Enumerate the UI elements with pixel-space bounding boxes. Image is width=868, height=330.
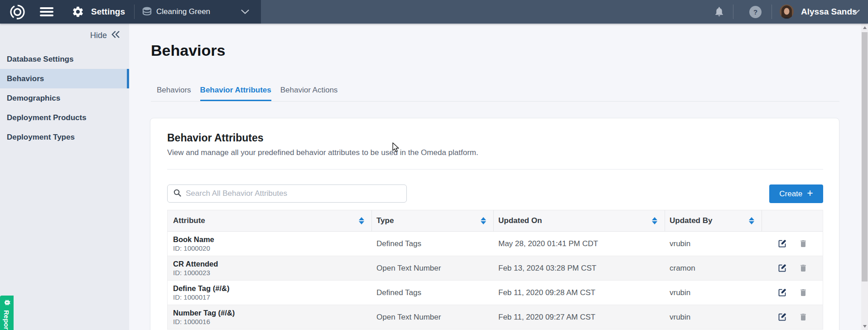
card-description: View and manage all your predefined beha… (167, 148, 478, 157)
navbar-divider (772, 5, 772, 19)
card-title: Behavior Attributes (167, 132, 264, 144)
report-a-bug-tab[interactable]: Report a Bug (0, 296, 14, 330)
page-title: Behaviors (151, 42, 225, 59)
column-header-updated-on[interactable]: Updated On (494, 210, 665, 231)
column-header-type[interactable]: Type (372, 210, 494, 231)
hamburger-icon[interactable] (40, 7, 53, 16)
collapse-icon (111, 30, 120, 41)
updated-by-cell: vrubin (665, 281, 762, 305)
sidebar-item-deployment-products[interactable]: Deployment Products (0, 108, 129, 127)
table-body: Book NameID: 1000020Defined TagsMay 28, … (168, 232, 823, 330)
tab-behavior-attributes[interactable]: Behavior Attributes (200, 83, 271, 101)
search-box (167, 184, 407, 203)
navbar-product-label: Settings (91, 0, 125, 24)
workspace-chevron-down-icon[interactable] (241, 10, 249, 14)
column-header-attribute[interactable]: Attribute (168, 210, 372, 231)
avatar[interactable] (780, 5, 794, 19)
sidebar-hide-button[interactable]: Hide (90, 30, 120, 41)
delete-icon[interactable] (799, 288, 808, 297)
behavior-attributes-card: Behavior Attributes View and manage all … (150, 118, 839, 330)
settings-sidebar: Hide Database SettingsBehaviorsDemograph… (0, 24, 129, 330)
tab-behavior-actions[interactable]: Behavior Actions (280, 83, 338, 101)
bell-icon[interactable] (714, 5, 725, 18)
sort-icon[interactable] (359, 217, 364, 224)
navbar-divider (733, 5, 733, 19)
updated-on-cell: Feb 13, 2024 03:28 PM CST (494, 256, 665, 280)
edit-icon[interactable] (777, 239, 787, 248)
column-label: Updated By (670, 216, 712, 225)
workspace-label: Cleaning Green (156, 7, 210, 16)
column-header-updated-by[interactable]: Updated By (665, 210, 762, 231)
updated-by-cell: cramon (665, 256, 762, 280)
scroll-down-button[interactable] (861, 322, 868, 330)
vertical-scrollbar[interactable] (861, 24, 868, 330)
type-cell: Open Text Number (372, 256, 494, 280)
updated-by-cell: vrubin (665, 305, 762, 329)
omeda-logo[interactable] (9, 4, 26, 20)
user-name: Alyssa Sands (801, 7, 857, 17)
bug-badge-label: Report a Bug (3, 310, 11, 330)
create-button[interactable]: Create + (769, 184, 823, 203)
sidebar-item-behaviors[interactable]: Behaviors (0, 69, 129, 88)
attribute-cell: CR AttendedID: 1000023 (168, 256, 372, 280)
navbar-divider (134, 5, 135, 19)
column-label: Type (376, 216, 394, 225)
updated-on-cell: Feb 11, 2020 09:27 AM CST (494, 305, 665, 329)
bug-icon (2, 299, 11, 306)
hide-label: Hide (90, 31, 107, 40)
attribute-cell: Book NameID: 1000020 (168, 232, 372, 256)
scroll-up-button[interactable] (861, 24, 868, 31)
navbar-left-section (0, 0, 261, 24)
attribute-cell: Define Tag (#/&)ID: 1000017 (168, 281, 372, 305)
actions-cell (762, 305, 823, 329)
user-chevron-down-icon[interactable] (853, 10, 860, 14)
attribute-name: Define Tag (#/&) (173, 284, 229, 293)
column-header-actions (762, 210, 823, 231)
column-label: Updated On (498, 216, 542, 225)
sidebar-item-demographics[interactable]: Demographics (0, 88, 129, 108)
gear-icon (72, 5, 84, 18)
table-row: Book NameID: 1000020Defined TagsMay 28, … (168, 232, 823, 256)
table-row: CR AttendedID: 1000023Open Text NumberFe… (168, 256, 823, 281)
actions-cell (762, 232, 823, 256)
sort-icon[interactable] (481, 217, 486, 224)
sidebar-item-database-settings[interactable]: Database Settings (0, 49, 129, 69)
behavior-tabs: BehaviorsBehavior AttributesBehavior Act… (151, 83, 839, 102)
behavior-attributes-table: AttributeTypeUpdated OnUpdated By Book N… (167, 210, 823, 330)
database-icon (142, 7, 152, 17)
search-input[interactable] (186, 189, 406, 198)
attribute-cell: Number Tag (#/&)ID: 1000016 (168, 305, 372, 329)
plus-icon: + (807, 188, 813, 199)
card-divider (167, 169, 823, 170)
attribute-id: ID: 1000023 (173, 268, 210, 277)
type-cell: Defined Tags (372, 281, 494, 305)
attribute-name: Book Name (173, 235, 214, 244)
sort-icon[interactable] (749, 217, 754, 224)
workspace-selector[interactable]: Cleaning Green (156, 0, 210, 24)
sort-icon[interactable] (652, 217, 657, 224)
attribute-id: ID: 1000017 (173, 293, 210, 301)
attribute-id: ID: 1000020 (173, 244, 210, 252)
attribute-name: Number Tag (#/&) (173, 308, 235, 317)
updated-on-cell: May 28, 2020 01:41 PM CDT (494, 232, 665, 256)
edit-icon[interactable] (777, 263, 787, 273)
top-navbar: Settings Cleaning Green ? Alyssa Sands (0, 0, 868, 24)
type-cell: Defined Tags (372, 232, 494, 256)
type-cell: Open Text Number (372, 305, 494, 329)
delete-icon[interactable] (799, 263, 808, 273)
user-menu[interactable]: Alyssa Sands (801, 0, 857, 24)
tab-behaviors[interactable]: Behaviors (157, 83, 191, 101)
scrollbar-thumb[interactable] (862, 32, 868, 281)
help-icon[interactable]: ? (749, 6, 762, 18)
table-row: Define Tag (#/&)ID: 1000017Defined TagsF… (168, 281, 823, 305)
sidebar-item-deployment-types[interactable]: Deployment Types (0, 127, 129, 147)
table-header: AttributeTypeUpdated OnUpdated By (168, 210, 823, 232)
delete-icon[interactable] (799, 312, 808, 322)
edit-icon[interactable] (777, 312, 787, 322)
updated-on-cell: Feb 11, 2020 09:28 AM CST (494, 281, 665, 305)
attribute-id: ID: 1000016 (173, 317, 210, 326)
attribute-name: CR Attended (173, 259, 218, 268)
sidebar-nav-list: Database SettingsBehaviorsDemographicsDe… (0, 49, 129, 147)
delete-icon[interactable] (799, 239, 808, 248)
edit-icon[interactable] (777, 288, 787, 297)
